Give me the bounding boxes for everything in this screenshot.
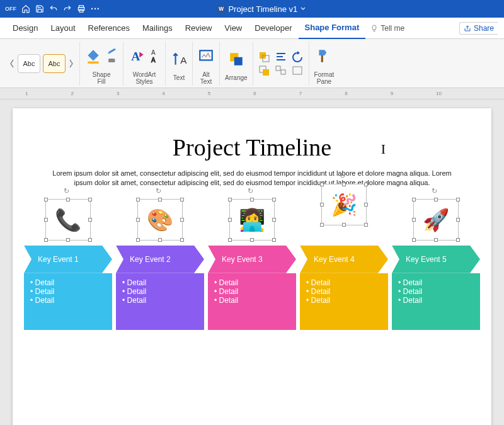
resize-handle[interactable] [44,218,48,222]
undo-icon[interactable] [49,4,58,13]
resize-handle[interactable] [250,198,254,201]
chevron-right-icon[interactable] [68,54,74,73]
tab-review[interactable]: Review [179,18,219,39]
ribbon-group-alt-text[interactable]: Alt Text [193,42,220,86]
timeline-arrow[interactable]: Key Event 3 [208,246,296,273]
resize-handle[interactable] [412,218,416,222]
rotate-handle-icon[interactable]: ↻ [248,187,253,195]
autosave-indicator[interactable]: OFF [5,6,16,12]
resize-handle[interactable] [412,198,416,201]
rotate-handle-icon[interactable]: ↻ [340,172,345,180]
resize-handle[interactable] [412,238,416,242]
ribbon-group-text[interactable]: A Text [166,42,193,86]
timeline-detail-box[interactable]: DetailDetailDetail [208,273,296,330]
page[interactable]: I Project Timeline Lorem ipsum dolor sit… [13,108,491,425]
redo-icon[interactable] [63,4,72,13]
resize-handle[interactable] [320,203,324,207]
pencil-icon[interactable] [106,48,118,55]
text-outline-icon[interactable]: A [150,57,160,63]
resize-handle[interactable] [158,238,162,242]
resize-handle[interactable] [228,238,232,242]
tab-design[interactable]: Design [6,18,44,39]
resize-handle[interactable] [272,238,276,242]
timeline-image-shape[interactable]: ↻ 🎉 [321,184,367,225]
resize-handle[interactable] [456,238,460,242]
resize-handle[interactable] [272,218,276,222]
save-icon[interactable] [35,4,44,13]
bring-forward-icon[interactable] [258,51,271,62]
rotate-handle-icon[interactable]: ↻ [64,187,69,195]
resize-handle[interactable] [342,183,346,186]
shape-style-preset-selected[interactable]: Abc [43,54,66,73]
home-icon[interactable] [21,4,30,13]
timeline-arrow[interactable]: Key Event 5 [392,246,480,273]
resize-handle[interactable] [88,198,92,201]
group-icon[interactable] [275,65,287,76]
resize-handle[interactable] [180,198,184,201]
tell-me-search[interactable]: Tell me [370,24,404,33]
document-canvas[interactable]: I Project Timeline Lorem ipsum dolor sit… [0,99,504,425]
rotate-handle-icon[interactable]: ↻ [156,187,161,195]
resize-handle[interactable] [456,198,460,201]
share-button[interactable]: Share [459,22,498,35]
resize-handle[interactable] [136,218,140,222]
horizontal-ruler[interactable]: 1 2 3 4 5 6 7 8 9 10 [0,88,504,99]
resize-handle[interactable] [136,238,140,242]
timeline-arrow[interactable]: Key Event 2 [116,246,204,273]
timeline-image-shape[interactable]: ↻ 👩‍💻 [229,199,275,241]
resize-handle[interactable] [364,183,368,186]
timeline-image-shape[interactable]: ↻ 🎨 [137,199,183,241]
resize-handle[interactable] [434,198,438,201]
resize-handle[interactable] [180,218,184,222]
resize-handle[interactable] [88,238,92,242]
resize-handle[interactable] [272,198,276,201]
rotate-handle-icon[interactable]: ↻ [432,187,437,195]
resize-handle[interactable] [456,218,460,222]
timeline-detail-box[interactable]: DetailDetailDetail [116,273,204,330]
resize-handle[interactable] [44,198,48,201]
resize-handle[interactable] [88,218,92,222]
resize-handle[interactable] [250,238,254,242]
more-icon[interactable]: ··· [91,4,100,14]
print-icon[interactable] [77,4,86,13]
tab-view[interactable]: View [218,18,248,39]
rotate-icon[interactable] [291,51,304,62]
resize-handle[interactable] [364,203,368,207]
ribbon-group-shape-fill[interactable]: Shape Fill [80,42,123,86]
tab-mailings[interactable]: Mailings [136,18,179,39]
ribbon-group-format-pane[interactable]: Format Pane [309,42,340,86]
resize-handle[interactable] [342,223,346,227]
resize-handle[interactable] [320,223,324,227]
tab-references[interactable]: References [82,18,136,39]
resize-handle[interactable] [180,238,184,242]
timeline-detail-box[interactable]: DetailDetailDetail [300,273,388,330]
resize-handle[interactable] [434,238,438,242]
document-title[interactable]: W Project Timeline v1 [217,4,306,14]
timeline-image-shape[interactable]: ↻ 🚀 [413,199,459,241]
send-backward-icon[interactable] [258,65,271,76]
text-fill-icon[interactable]: A [150,49,160,55]
timeline-detail-box[interactable]: DetailDetailDetail [392,273,480,330]
resize-handle[interactable] [364,223,368,227]
resize-handle[interactable] [158,198,162,201]
page-title[interactable]: Project Timeline [21,133,483,161]
align-icon[interactable] [275,51,287,62]
selection-pane-icon[interactable] [291,65,304,76]
timeline-arrow[interactable]: Key Event 4 [300,246,388,273]
tab-layout[interactable]: Layout [44,18,81,39]
chevron-left-icon[interactable] [9,54,15,73]
resize-handle[interactable] [66,238,70,242]
shape-style-preset[interactable]: Abc [18,54,40,73]
resize-handle[interactable] [228,218,232,222]
resize-handle[interactable] [66,198,70,201]
resize-handle[interactable] [320,183,324,186]
timeline-arrow[interactable]: Key Event 1 [24,246,112,273]
ribbon-group-arrange[interactable]: Arrange [220,42,253,86]
resize-handle[interactable] [136,198,140,201]
resize-handle[interactable] [44,238,48,242]
tab-shape-format[interactable]: Shape Format [299,18,366,39]
tab-developer[interactable]: Developer [248,18,298,39]
page-body-text[interactable]: Lorem ipsum dolor sit amet, consectetur … [21,169,483,188]
timeline-detail-box[interactable]: DetailDetailDetail [24,273,112,330]
eraser-icon[interactable] [106,57,118,64]
